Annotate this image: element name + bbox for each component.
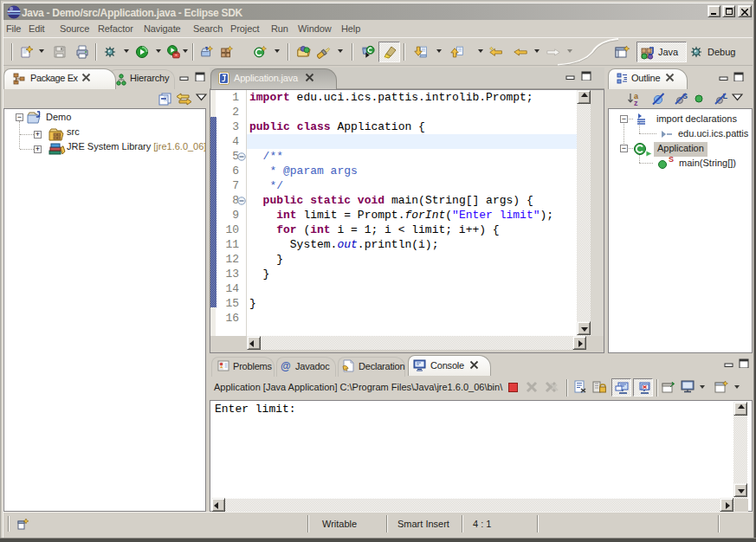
svg-text:z: z bbox=[634, 99, 638, 106]
